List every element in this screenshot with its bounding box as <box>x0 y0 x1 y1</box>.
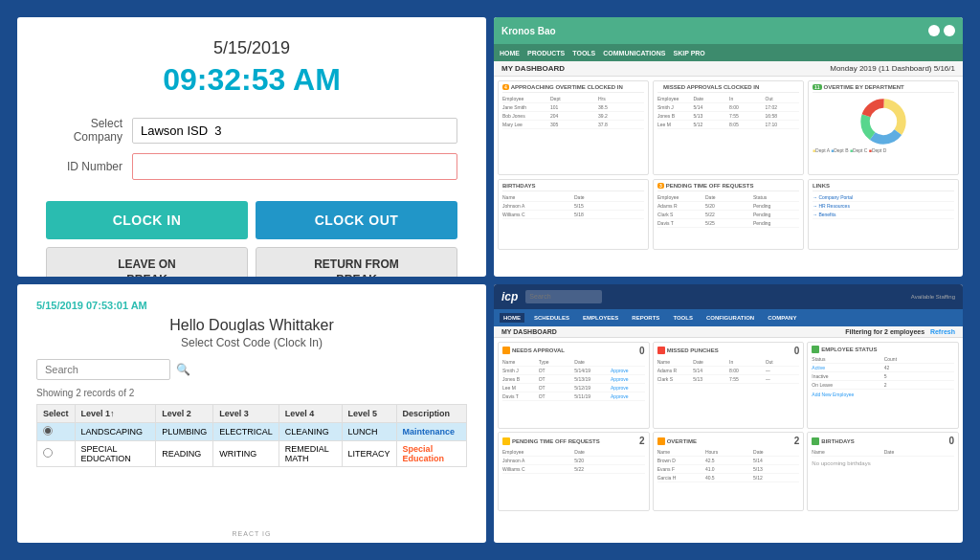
description-cell: Special Education <box>396 440 466 466</box>
icp-dashboard-panel: icp Available Staffing HOME SCHEDULES EM… <box>494 284 963 544</box>
nav-products[interactable]: PRODUCTS <box>527 50 565 56</box>
table-row[interactable]: SPECIAL EDUCATION READING WRITING REMEDI… <box>37 440 467 466</box>
card-title-birthdays: BIRTHDAYS <box>502 183 644 191</box>
overtime-badge: 4 <box>502 84 509 90</box>
radio-button[interactable] <box>43 448 53 458</box>
icp-nav-configuration[interactable]: CONFIGURATION <box>702 313 758 323</box>
nav-home[interactable]: HOME <box>500 50 520 56</box>
needs-approval-badge <box>502 347 510 354</box>
level4-cell: CLEANING <box>278 422 342 440</box>
icp-employee-status-title: EMPLOYEE STATUS <box>812 346 954 353</box>
icp-nav-employees[interactable]: EMPLOYEES <box>579 313 622 323</box>
icp-cards-grid: NEEDS APPROVAL 0 NameTypeDate Smith JOT5… <box>494 338 963 544</box>
needs-approval-count: 0 <box>639 346 645 356</box>
table-row[interactable]: LANDSCAPING PLUMBING ELECTRICAL CLEANING… <box>37 422 467 440</box>
icp-needs-approval-card: NEEDS APPROVAL 0 NameTypeDate Smith JOT5… <box>498 342 650 430</box>
donut-chart <box>813 95 954 147</box>
icp-logo: icp <box>501 290 518 303</box>
search-icon: 🔍 <box>176 363 190 376</box>
card-title-overtime: 4 APPROACHING OVERTIME CLOCKED IN <box>502 84 644 93</box>
icp-nav-company[interactable]: COMPANY <box>764 313 800 323</box>
level1-cell: SPECIAL EDUCATION <box>75 440 156 466</box>
clock-time: 09:32:53 AM <box>163 62 341 98</box>
icp-dashboard-title: MY DASHBOARD <box>501 328 557 335</box>
missed-punches-count: 0 <box>794 346 800 356</box>
icp-overtime-title: OVERTIME 2 <box>657 436 800 446</box>
level2-cell: PLUMBING <box>156 422 213 440</box>
col-level5[interactable]: Level 5 <box>342 404 396 422</box>
cost-search-row: 🔍 <box>36 359 467 380</box>
clock-buttons: CLOCK IN CLOCK OUT LEAVE ONBREAK RETURN … <box>46 201 457 277</box>
level5-cell: LITERACY <box>342 440 396 466</box>
icp-nav-reports[interactable]: REPORTS <box>628 313 663 323</box>
kronos-logo: Kronos Bao <box>501 26 556 36</box>
radio-cell[interactable] <box>37 440 76 466</box>
icp-nav-tools[interactable]: TOOLS <box>669 313 697 323</box>
cost-subtitle: Select Cost Code (Clock In) <box>36 336 467 349</box>
birthdays-count: 0 <box>948 436 954 446</box>
icp-overtime-card: OVERTIME 2 NameHoursDate Brown D42.55/14… <box>653 432 805 511</box>
cost-showing: Showing 2 records of 2 <box>36 388 467 398</box>
level2-cell: READING <box>156 440 213 466</box>
clock-panel: 5/15/2019 09:32:53 AM Select Company ID … <box>17 17 486 277</box>
radio-button[interactable] <box>43 426 53 436</box>
approaching-overtime-card: 4 APPROACHING OVERTIME CLOCKED IN Employ… <box>498 80 649 175</box>
icp-header: icp Available Staffing <box>494 284 963 309</box>
overtime-badge-icp <box>657 437 665 445</box>
nav-tools[interactable]: TOOLS <box>572 50 595 56</box>
col-level3[interactable]: Level 3 <box>213 404 279 422</box>
links-card: LINKS → Company Portal → HR Resources → … <box>808 179 959 250</box>
clock-date: 5/15/2019 <box>213 38 290 58</box>
cost-date: 5/15/2019 07:53:01 AM <box>36 300 467 311</box>
id-field-row: ID Number <box>46 153 457 180</box>
card-title-missed-approvals: MISSED APPROVALS CLOCKED IN <box>657 84 799 93</box>
company-input[interactable] <box>132 118 457 144</box>
missed-punches-badge <box>657 347 665 354</box>
cost-search-input[interactable] <box>36 359 170 380</box>
card-title-pending: 3 PENDING TIME OFF REQUESTS <box>657 183 799 191</box>
icp-header-right: Available Staffing <box>911 294 955 300</box>
level3-cell: ELECTRICAL <box>213 422 279 440</box>
radio-cell[interactable] <box>37 422 76 440</box>
kronos-dashboard-title: MY DASHBOARD Monday 2019 (11 Dashboard) … <box>494 61 963 77</box>
overtime-count: 2 <box>794 436 800 446</box>
col-description[interactable]: Description <box>396 404 466 422</box>
kronos-nav: HOME PRODUCTS TOOLS COMMUNICATIONS SKIP … <box>494 44 963 61</box>
nav-communications[interactable]: COMMUNICATIONS <box>603 50 665 56</box>
return-break-button[interactable]: RETURN FROMBREAK <box>256 247 457 277</box>
missed-approvals-card: MISSED APPROVALS CLOCKED IN EmployeeDate… <box>653 80 804 175</box>
id-input[interactable] <box>132 153 457 180</box>
icp-search-input[interactable] <box>525 290 602 303</box>
nav-skip-pro[interactable]: SKIP PRO <box>673 50 704 56</box>
clock-out-button[interactable]: CLOCK OUT <box>256 201 457 239</box>
birthdays-card-top: BIRTHDAYS NameDate Johnson A5/15 William… <box>498 179 649 250</box>
col-level2[interactable]: Level 2 <box>156 404 213 422</box>
level1-cell: LANDSCAPING <box>75 422 156 440</box>
icp-nav: HOME SCHEDULES EMPLOYEES REPORTS TOOLS C… <box>494 309 963 326</box>
level3-cell: WRITING <box>213 440 279 466</box>
icp-needs-approval-title: NEEDS APPROVAL 0 <box>502 346 645 356</box>
icp-nav-schedules[interactable]: SCHEDULES <box>530 313 573 323</box>
id-label: ID Number <box>46 160 132 173</box>
leave-break-button[interactable]: LEAVE ONBREAK <box>46 247 248 277</box>
card-title-overtime-dept: 11 OVERTIME BY DEPARTMENT <box>813 84 954 93</box>
svg-point-4 <box>872 110 895 133</box>
level5-cell: LUNCH <box>342 422 396 440</box>
company-label: Select Company <box>46 117 132 144</box>
col-level4[interactable]: Level 4 <box>278 404 342 422</box>
col-level1[interactable]: Level 1↑ <box>75 404 156 422</box>
costcode-panel: 5/15/2019 07:53:01 AM Hello Douglas Whit… <box>17 284 486 544</box>
clock-in-button[interactable]: CLOCK IN <box>46 201 248 239</box>
icp-refresh-btn[interactable]: Refresh <box>930 328 955 335</box>
company-field-row: Select Company <box>46 117 457 144</box>
icp-birthdays-card: BIRTHDAYS 0 NameDate No upcoming birthda… <box>807 432 959 511</box>
kronos-cards-grid: 4 APPROACHING OVERTIME CLOCKED IN Employ… <box>494 77 963 277</box>
kronos-dashboard-panel: Kronos Bao HOME PRODUCTS TOOLS COMMUNICA… <box>494 17 963 277</box>
icp-nav-home[interactable]: HOME <box>500 313 524 323</box>
description-cell: Maintenance <box>396 422 466 440</box>
add-employee-link[interactable]: Add New Employee <box>812 392 954 397</box>
icp-missed-punches-title: MISSED PUNCHES 0 <box>657 346 800 356</box>
cost-table: Select Level 1↑ Level 2 Level 3 Level 4 … <box>36 404 467 467</box>
no-birthdays: No upcoming birthdays <box>812 457 954 470</box>
react-ig-watermark: REACT IG <box>233 530 272 537</box>
